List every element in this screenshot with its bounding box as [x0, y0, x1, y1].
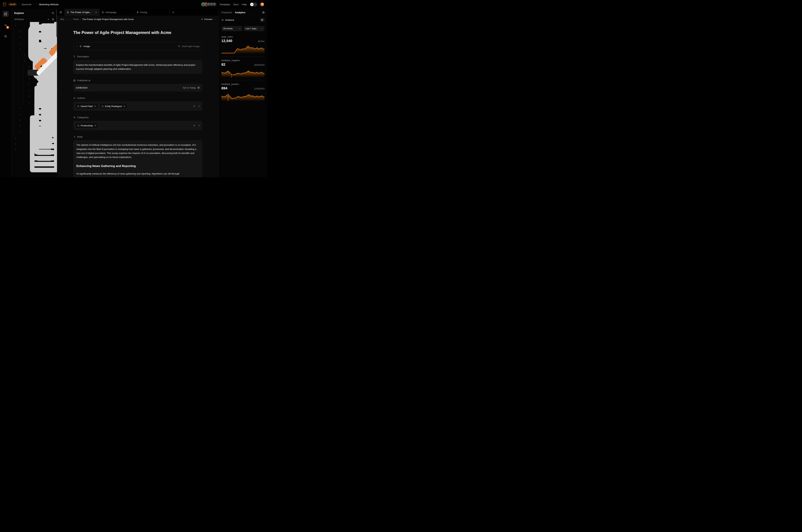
- page-title: The Power of Agile Project Management wi…: [73, 30, 202, 35]
- events-select[interactable]: All events: [222, 26, 242, 31]
- sidebar-item-sections[interactable]: Sections: [12, 147, 57, 153]
- description-input[interactable]: Explore the transformative benefits of A…: [73, 60, 202, 74]
- chip-productivity[interactable]: Productivity: [75, 122, 98, 129]
- chevron-right-icon[interactable]: [24, 54, 26, 56]
- breadcrumb-segment[interactable]: …: [68, 18, 70, 21]
- chevron-right-icon[interactable]: [15, 137, 17, 139]
- tab-pricing[interactable]: Pricing: [134, 9, 169, 16]
- chart-label: feedback_positive: [222, 83, 265, 86]
- calendar-icon: [73, 79, 76, 82]
- breadcrumb-segment[interactable]: Posts: [73, 18, 79, 21]
- workspace-switcher[interactable]: BaseHub: [22, 3, 34, 6]
- chevron-right-icon[interactable]: [15, 143, 17, 145]
- breadcrumb-current: The Power of Agile Project Management wi…: [82, 18, 134, 21]
- remove-chip-icon[interactable]: [94, 125, 96, 127]
- tree-indent-guide: [14, 105, 18, 111]
- chevron-down-icon[interactable]: [198, 105, 200, 107]
- authors-input[interactable]: David Patel Emily Rodriguez: [73, 101, 202, 111]
- published-at-value[interactable]: 10/06/2024: [76, 87, 88, 89]
- chip-emily-rodriguez[interactable]: Emily Rodriguez: [99, 103, 128, 109]
- library-button[interactable]: [57, 9, 65, 16]
- tab-analytics[interactable]: Analytics: [235, 11, 246, 14]
- categories-input[interactable]: Productivity: [73, 121, 202, 130]
- remove-chip-icon[interactable]: [123, 105, 126, 107]
- reference-icon: [101, 105, 104, 107]
- clear-categories-icon[interactable]: [193, 125, 195, 127]
- image-field[interactable]: Image Dark/Light Image: [73, 42, 202, 50]
- chevron-right-icon[interactable]: [28, 78, 30, 80]
- chevron-right-icon[interactable]: [19, 36, 21, 38]
- editor-scroll[interactable]: The Power of Agile Project Management wi…: [57, 23, 218, 177]
- sparkline-chart[interactable]: [222, 92, 265, 101]
- add-block-icon[interactable]: [47, 18, 50, 21]
- templates-link[interactable]: Templates: [219, 3, 230, 6]
- duplicate-icon[interactable]: [52, 18, 54, 21]
- edit-content-button[interactable]: [3, 11, 9, 17]
- tree-indent-guide: [18, 64, 23, 70]
- preview-button[interactable]: Preview: [201, 18, 215, 21]
- authors-section: Authors David Patel Emily Rodriguez: [73, 97, 202, 111]
- chevron-right-icon[interactable]: [76, 45, 78, 47]
- chevron-right-icon[interactable]: [15, 149, 17, 151]
- avatar[interactable]: [212, 2, 216, 6]
- collaborator-avatars[interactable]: [202, 2, 216, 6]
- tab-label: Homepage: [105, 11, 132, 14]
- updown-icon: [239, 28, 241, 30]
- sidebar-scrollbar[interactable]: [56, 10, 57, 37]
- chevron-right-icon[interactable]: [19, 42, 21, 44]
- tree-indent-guide: [14, 52, 18, 58]
- remove-chip-icon[interactable]: [94, 105, 96, 107]
- project-name[interactable]: Marketing Website: [39, 3, 59, 6]
- tree-indent-guide: [14, 40, 18, 46]
- app-root: v1.4.0 / BaseHub / Marketing Website Tem…: [0, 0, 267, 177]
- basehub-logo[interactable]: [3, 3, 6, 6]
- docs-link[interactable]: Docs: [233, 3, 239, 6]
- chart-value: 82: [222, 62, 225, 66]
- chart-value: 894: [222, 86, 227, 90]
- tree-indent-guide: [14, 111, 18, 117]
- tab-homepage[interactable]: Homepage: [99, 9, 134, 16]
- close-icon[interactable]: [95, 11, 97, 14]
- sparkline-chart[interactable]: [222, 45, 265, 54]
- published-at-input[interactable]: 10/06/2024 Set to Today: [73, 84, 202, 92]
- clear-authors-icon[interactable]: [193, 105, 195, 107]
- chevron-right-icon[interactable]: [19, 107, 21, 109]
- help-link[interactable]: Help: [242, 3, 247, 6]
- sidebar: Explore All blocks Site Settings: [12, 9, 57, 177]
- chevron-right-icon[interactable]: [28, 72, 30, 74]
- search-icon[interactable]: [52, 12, 54, 14]
- sparkline-chart[interactable]: [222, 69, 265, 77]
- copy-id-button[interactable]: ID: [260, 18, 265, 22]
- commit-changes-button[interactable]: 9: [3, 22, 9, 28]
- user-avatar[interactable]: [260, 2, 264, 6]
- workspace-name: BaseHub: [22, 3, 32, 6]
- image-field-hint: Dark/Light Image: [182, 45, 199, 48]
- chevron-down-icon[interactable]: [198, 125, 200, 127]
- edit-mode-toggle[interactable]: [250, 2, 257, 6]
- pending-changes-badge: 9: [6, 26, 9, 29]
- history-button[interactable]: [3, 33, 9, 39]
- panel-toggle-icon[interactable]: [262, 11, 265, 14]
- main-panel: The Power of Agile… Homepage Pricing Sit…: [57, 9, 218, 177]
- chevron-down-icon[interactable]: [19, 48, 21, 50]
- set-to-today-button[interactable]: Set to Today: [183, 87, 200, 89]
- breadcrumb-segment[interactable]: Site: [60, 18, 64, 21]
- chevron-down-icon[interactable]: [15, 24, 17, 26]
- chevron-down-icon: [33, 3, 34, 5]
- chevron-down-icon[interactable]: [24, 60, 26, 62]
- tab-the-power-of-agile[interactable]: The Power of Agile…: [65, 9, 99, 16]
- tab-properties[interactable]: Properties: [222, 11, 232, 14]
- reference-icon: [77, 125, 79, 127]
- version-badge[interactable]: v1.4.0: [8, 3, 17, 6]
- chevron-right-icon[interactable]: [28, 66, 30, 68]
- range-select[interactable]: Last 7 days: [244, 26, 265, 31]
- chevron-right-icon[interactable]: [19, 30, 21, 32]
- icon-rail: 9: [0, 9, 12, 177]
- chevron-down-icon: [214, 18, 215, 20]
- new-tab-button[interactable]: [169, 9, 177, 16]
- body-editor[interactable]: The advent of Artificial Intelligence (A…: [73, 140, 202, 177]
- tree-indent-guide: [14, 123, 18, 129]
- separator: /: [65, 18, 66, 21]
- chip-david-patel[interactable]: David Patel: [75, 103, 98, 109]
- history-icon: [4, 35, 7, 38]
